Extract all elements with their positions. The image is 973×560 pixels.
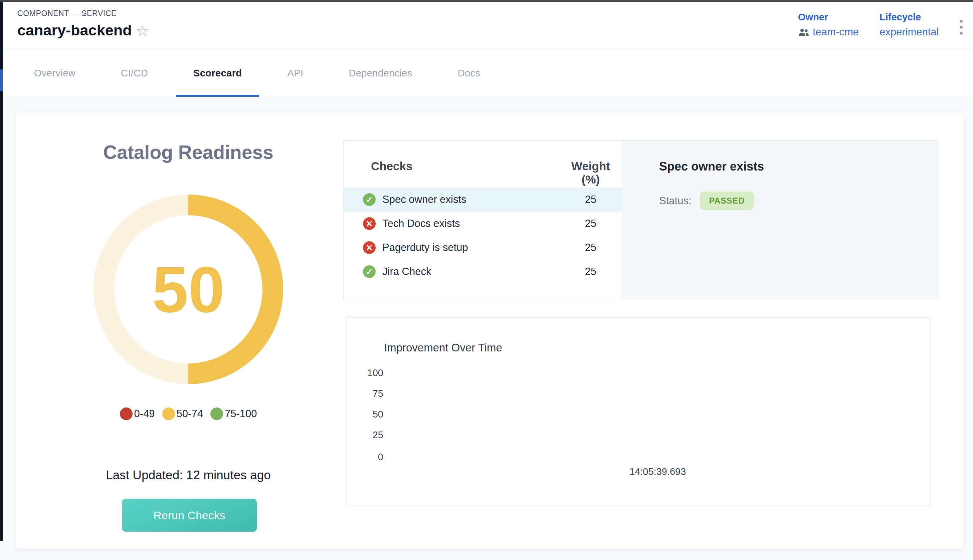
check-detail-panel: Spec owner exists Status: PASSED — [622, 141, 938, 299]
y-axis-tick: 25 — [353, 430, 383, 440]
check-detail-title: Spec owner exists — [659, 160, 764, 173]
check-row[interactable]: ✕ Tech Docs exists 25 — [344, 212, 622, 236]
check-row[interactable]: ✕ Pagerduty is setup 25 — [344, 236, 622, 260]
last-updated-text: Last Updated: 12 minutes ago — [72, 468, 305, 482]
team-group-icon — [798, 28, 809, 37]
check-status-row: Status: PASSED — [659, 192, 754, 210]
tab-bar: Overview CI/CD Scorecard API Dependencie… — [3, 49, 973, 97]
scorecard-title: Catalog Readiness — [72, 141, 305, 163]
tab-scorecard[interactable]: Scorecard — [191, 49, 244, 97]
y-axis-tick: 0 — [353, 452, 383, 463]
legend-dot-green — [210, 407, 223, 420]
entity-header: COMPONENT — SERVICE canary-backend ☆ Own… — [3, 2, 973, 49]
check-row[interactable]: ✓ Spec owner exists 25 — [344, 188, 622, 212]
scorecard-card: Catalog Readiness 50 0-49 50-74 75-100 — [16, 112, 964, 549]
sidebar-active-indicator — [0, 69, 3, 91]
checks-column-header: Checks — [371, 160, 413, 173]
check-passed-icon: ✓ — [363, 265, 376, 278]
check-failed-icon: ✕ — [363, 217, 376, 230]
kebab-menu-icon[interactable] — [958, 18, 965, 37]
tab-overview[interactable]: Overview — [32, 49, 77, 97]
owner-value-link[interactable]: team-cme — [813, 26, 859, 38]
checks-panel: Spec owner exists Status: PASSED Checks … — [343, 140, 938, 299]
check-passed-icon: ✓ — [363, 193, 376, 206]
x-axis-tick: 14:05:39.693 — [629, 466, 686, 477]
check-failed-icon: ✕ — [363, 241, 376, 254]
chart-title: Improvement Over Time — [384, 342, 502, 354]
tab-dependencies[interactable]: Dependencies — [347, 49, 414, 97]
lifecycle-label: Lifecycle — [880, 12, 939, 23]
owner-block: Owner team-cme — [798, 12, 859, 38]
legend-item-mid: 50-74 — [162, 407, 203, 420]
score-donut-gauge: 50 — [93, 195, 283, 384]
tab-cicd[interactable]: CI/CD — [119, 49, 150, 97]
owner-label: Owner — [798, 12, 859, 23]
y-axis-tick: 100 — [353, 367, 383, 378]
checks-table-header: Checks Weight (%) — [344, 141, 622, 188]
page-title: canary-backend — [17, 22, 132, 39]
check-row[interactable]: ✓ Jira Check 25 — [344, 260, 622, 284]
legend-dot-red — [120, 407, 133, 420]
scorecard-page: COMPONENT — SERVICE canary-backend ☆ Own… — [0, 0, 973, 560]
y-axis-tick: 75 — [353, 388, 383, 399]
y-axis-tick: 50 — [353, 409, 383, 420]
legend-item-high: 75-100 — [210, 407, 257, 420]
breadcrumb: COMPONENT — SERVICE — [17, 9, 117, 18]
status-badge: PASSED — [700, 192, 754, 210]
status-label: Status: — [659, 195, 691, 207]
collapsed-sidebar[interactable] — [0, 2, 3, 541]
tab-api[interactable]: API — [285, 49, 305, 97]
rerun-checks-button[interactable]: Rerun Checks — [122, 499, 257, 532]
favorite-star-icon[interactable]: ☆ — [135, 23, 149, 38]
legend-item-low: 0-49 — [120, 407, 155, 420]
score-legend: 0-49 50-74 75-100 — [72, 407, 305, 420]
improvement-chart-panel: Improvement Over Time 100 75 50 25 0 14:… — [346, 317, 931, 506]
page-content: Catalog Readiness 50 0-49 50-74 75-100 — [0, 97, 973, 560]
legend-dot-yellow — [162, 407, 175, 420]
window-top-border — [0, 0, 973, 2]
tab-docs[interactable]: Docs — [456, 49, 482, 97]
weight-column-header: Weight (%) — [561, 160, 621, 186]
lifecycle-block: Lifecycle experimental — [880, 12, 939, 38]
score-value: 50 — [93, 195, 283, 384]
lifecycle-value: experimental — [880, 26, 939, 38]
